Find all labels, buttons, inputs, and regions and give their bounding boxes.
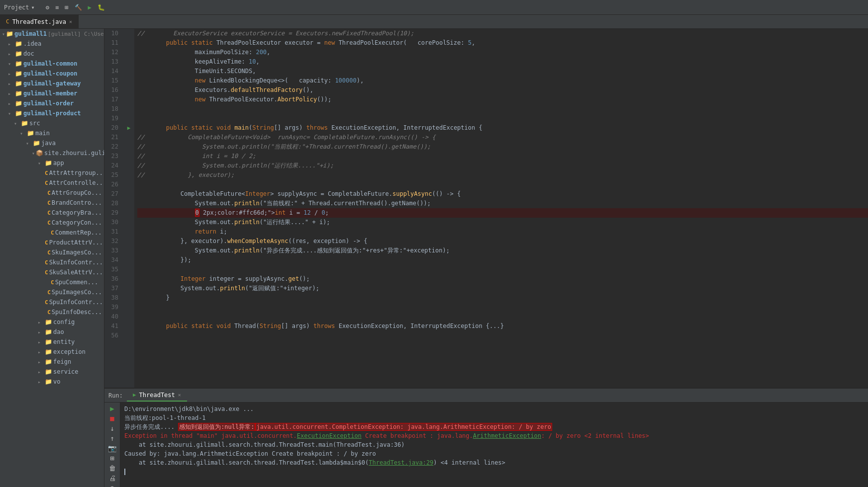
gutter-cell-21 xyxy=(123,133,134,142)
run-tab-threadtest[interactable]: ▶ ThreadTest ✕ xyxy=(127,390,187,402)
output-link[interactable]: ExecutionException xyxy=(297,432,362,439)
sidebar-item-feign[interactable]: 📁feign xyxy=(0,357,104,367)
sidebar-item-package[interactable]: 📦 site.zhourui.gulima... xyxy=(0,148,104,158)
code-line-11: public static ThreadPoolExecutor executo… xyxy=(137,38,868,48)
rerun-button[interactable]: ▶ xyxy=(107,405,118,412)
sidebar-item-gulimall1[interactable]: 📁 gulimall1 [gulimall] C:\Users\eric... xyxy=(0,29,104,39)
sidebar-item-src[interactable]: 📁 src xyxy=(0,118,104,128)
gutter-cell-11 xyxy=(123,38,134,48)
stop-button[interactable]: ■ xyxy=(107,414,118,422)
settings-run-button[interactable]: ⚙ xyxy=(107,484,118,487)
code-line-10: // ExecutorService executorService = Exe… xyxy=(137,29,868,38)
sidebar-item-product[interactable]: 📁 gulimall-product xyxy=(0,108,104,118)
sidebar-item-skusaleattrv[interactable]: CSkuSaleAttrV... xyxy=(0,267,104,277)
gutter-cell-25 xyxy=(123,170,134,180)
line-number-33: 33 xyxy=(104,246,120,255)
scroll-end-button[interactable]: ↓ xyxy=(107,424,118,432)
output-line: 异步任务完成.... 感知到返回值为:null异常:java.util.conc… xyxy=(124,422,864,431)
sidebar-item-vo[interactable]: 📁vo xyxy=(0,377,104,387)
code-container: 1011121314151617181920212223242526272829… xyxy=(104,29,868,388)
sidebar-item-doc[interactable]: 📁 doc xyxy=(0,49,104,59)
sidebar-item-exception[interactable]: 📁exception xyxy=(0,347,104,357)
sidebar-item-member[interactable]: 📁 gulimall-member xyxy=(0,88,104,98)
sidebar-label-common: gulimall-common xyxy=(23,60,77,67)
sidebar-item-brandcontro[interactable]: CBrandContro... xyxy=(0,198,104,208)
sidebar-item-main[interactable]: 📁 main xyxy=(0,128,104,138)
sidebar-item-entity[interactable]: 📁entity xyxy=(0,337,104,347)
code-line-39 xyxy=(137,303,868,312)
line-number-29: 29 xyxy=(104,208,120,218)
sidebar-item-config[interactable]: 📁config xyxy=(0,317,104,327)
output-link[interactable]: ArithmeticException xyxy=(473,432,541,439)
sidebar-item-productattrv[interactable]: CProductAttrV... xyxy=(0,238,104,247)
code-scroll[interactable]: 1011121314151617181920212223242526272829… xyxy=(104,29,868,388)
code-line-31: return i; xyxy=(137,227,868,237)
tab-threadtest[interactable]: C ThreadTest.java ✕ xyxy=(0,15,79,28)
code-line-25: // }, executor); xyxy=(137,170,868,180)
code-line-26 xyxy=(137,180,868,189)
arrow-order xyxy=(8,101,14,106)
gutter-cell-35 xyxy=(123,265,134,274)
sidebar-item-skuinfo[interactable]: CSkuInfoContr... xyxy=(0,257,104,267)
sidebar-item-order[interactable]: 📁 gulimall-order xyxy=(0,98,104,108)
sidebar-item-spucommen[interactable]: CSpuCommen... xyxy=(0,277,104,287)
line-number-34: 34 xyxy=(104,255,120,265)
debug-icon[interactable]: 🐛 xyxy=(97,4,105,11)
sidebar-label-skusaleattrv: SkuSaleAttrV... xyxy=(49,269,103,276)
sidebar-item-coupon[interactable]: 📁 gulimall-coupon xyxy=(0,69,104,79)
sidebar-item-categorybra[interactable]: CCategoryBra... xyxy=(0,208,104,218)
sidebar-item-skuimages[interactable]: CSkuImagesCo... xyxy=(0,247,104,257)
code-line-33: System.out.println("异步任务完成....感知到返回值为:"+… xyxy=(137,246,868,255)
run-output: D:\environment\jdk8\bin\java.exe ...当前线程… xyxy=(120,403,868,487)
sidebar-item-spuimages[interactable]: CSpuImagesCo... xyxy=(0,287,104,297)
run-tab-close[interactable]: ✕ xyxy=(178,392,181,398)
run-label: Run: xyxy=(104,392,127,399)
code-line-37: System.out.println("返回赋值:"+integer); xyxy=(137,284,868,293)
sidebar-item-attrcontroller[interactable]: CAttrControlle... xyxy=(0,178,104,188)
code-line-38: } xyxy=(137,293,868,303)
gutter-cell-36 xyxy=(123,274,134,284)
code-lines[interactable]: // ExecutorService executorService = Exe… xyxy=(134,29,868,388)
line-number-12: 12 xyxy=(104,48,120,57)
camera-button[interactable]: 📷 xyxy=(107,444,118,452)
top-bar: Project ▾ ⚙ ≡ ⊞ 🔨 ▶ 🐛 xyxy=(0,0,868,15)
sidebar-item-commentrep[interactable]: CCommentRep... xyxy=(0,228,104,238)
project-dropdown-icon[interactable]: ▾ xyxy=(31,4,35,11)
class-icon9: C xyxy=(47,249,51,256)
sidebar-label-spuinfo: SpuInfoContr... xyxy=(49,299,103,306)
tab-close-icon[interactable]: ✕ xyxy=(69,19,72,24)
sidebar-item-common[interactable]: 📁 gulimall-common xyxy=(0,59,104,69)
sidebar-item-idea[interactable]: 📁 .idea xyxy=(0,39,104,49)
sidebar-item-attrgroupco[interactable]: CAttrGroupCo... xyxy=(0,188,104,198)
output-file-link[interactable]: ThreadTest.java:29 xyxy=(369,459,433,466)
bottom-panel: Run: ▶ ThreadTest ✕ ▶ ■ ↓ ↑ 📷 ⊞ 🗑 🖨 xyxy=(104,388,868,487)
line-number-14: 14 xyxy=(104,67,120,76)
sidebar-item-service[interactable]: 📁service xyxy=(0,367,104,377)
sidebar-item-categorycon[interactable]: CCategoryCon... xyxy=(0,218,104,228)
code-line-24: // System.out.println("运行结果....."+i); xyxy=(137,161,868,170)
sidebar-item-java[interactable]: 📁 java xyxy=(0,138,104,148)
arrow-java xyxy=(26,141,32,146)
sidebar-label-app: app xyxy=(53,160,64,166)
sidebar-item-gateway[interactable]: 📁 gulimall-gateway xyxy=(0,79,104,88)
sidebar-item-app[interactable]: 📁 app xyxy=(0,158,104,168)
run-button-icon[interactable]: ▶ xyxy=(88,4,92,11)
output-line: at site.zhourui.gilimall.search.thread.T… xyxy=(124,440,864,449)
clear-button[interactable]: 🗑 xyxy=(107,464,118,472)
build-icon[interactable]: 🔨 xyxy=(75,4,82,11)
sidebar-item-spuinfo[interactable]: CSpuInfoContr... xyxy=(0,297,104,307)
hierarchy-icon[interactable]: ⊞ xyxy=(65,4,68,11)
code-line-19 xyxy=(137,114,868,123)
sidebar-item-attrgroup[interactable]: CAttrAttrgroup... xyxy=(0,168,104,178)
print-button[interactable]: 🖨 xyxy=(107,474,118,482)
code-line-40 xyxy=(137,312,868,322)
sidebar-item-dao[interactable]: 📁dao xyxy=(0,327,104,337)
scroll-up-button[interactable]: ↑ xyxy=(107,434,118,442)
line-number-25: 25 xyxy=(104,170,120,180)
structure-icon[interactable]: ≡ xyxy=(55,4,59,11)
line-number-36: 36 xyxy=(104,274,120,284)
sidebar-item-spuinfodesc[interactable]: CSpuInfoDesc... xyxy=(0,307,104,317)
settings-icon[interactable]: ⚙ xyxy=(46,4,49,11)
filter-button[interactable]: ⊞ xyxy=(107,454,118,462)
project-label[interactable]: Project xyxy=(4,4,29,11)
